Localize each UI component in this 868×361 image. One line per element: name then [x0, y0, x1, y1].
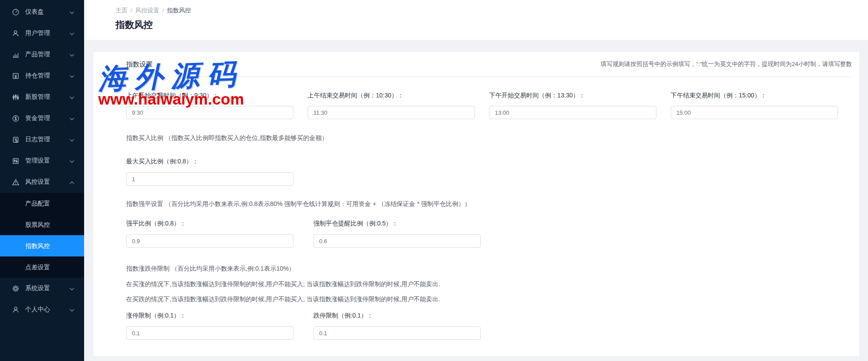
liquidation-row: 强平比例（例:0.8）： 强制平仓提醒比例（例:0.5）：: [126, 219, 852, 248]
pm-end-input[interactable]: [671, 106, 838, 119]
chevron-down-icon: [69, 93, 74, 101]
position-box-icon: [12, 72, 19, 80]
sidebar-item-label: 资金管理: [25, 114, 69, 122]
dollar-circle-icon: [12, 114, 19, 122]
down-limit-input[interactable]: [313, 326, 481, 340]
sidebar-item-index-risk[interactable]: 指数风控: [0, 235, 84, 256]
liquidation-alert-ratio-input[interactable]: [313, 234, 481, 248]
chevron-down-icon: [69, 136, 74, 143]
liquidation-note: 指数强平设置 （百分比均采用小数来表示,例:0.8表示80% 强制平仓线计算规则…: [126, 199, 852, 208]
person-icon: [12, 306, 19, 314]
field-label: 下午结束交易时间（例：15:00）：: [671, 91, 852, 100]
limit-note: 指数涨跌停限制 （百分比均采用小数来表示,例:0.1表示10%）: [126, 264, 852, 273]
sidebar-item-spread-settings[interactable]: 点差设置: [0, 256, 84, 278]
fill-rule-note: 填写规则请按照括号中的示例填写，":"统一为英文中的字符，提现时间为24小时制，…: [601, 60, 852, 68]
field-label: 强平比例（例:0.8）：: [126, 219, 313, 228]
field-label: 上午开始交易时间（例：9:30）：: [126, 91, 308, 100]
am-end-input[interactable]: [308, 106, 475, 119]
chevron-down-icon: [69, 115, 74, 122]
warning-triangle-icon: [12, 178, 19, 186]
sidebar-item-label: 日志管理: [25, 136, 69, 144]
breadcrumb-home[interactable]: 主页: [116, 7, 127, 14]
sidebar-item-label: 风控设置: [25, 178, 69, 186]
breadcrumb-current: 指数风控: [167, 7, 191, 14]
main-content: 主页/风控设置/指数风控 指数风控 指数设置 填写规则请按照括号中的示例填写，"…: [84, 0, 868, 361]
card-header: 指数设置 填写规则请按照括号中的示例填写，":"统一为英文中的字符，提现时间为2…: [100, 52, 852, 77]
sidebar-item-label: 仪表盘: [25, 8, 69, 16]
chevron-up-icon: [69, 179, 74, 186]
index-settings-card: 指数设置 填写规则请按照括号中的示例填写，":"统一为英文中的字符，提现时间为2…: [93, 52, 859, 356]
card-title: 指数设置: [126, 60, 153, 69]
sidebar-item-label: 持仓管理: [25, 72, 69, 80]
am-start-input[interactable]: [126, 106, 293, 119]
field-label: 上午结束交易时间（例：10:30）：: [308, 91, 489, 100]
sidebar-item-admin-settings[interactable]: 管理设置: [0, 150, 84, 171]
chevron-down-icon: [69, 306, 74, 313]
gauge-icon: [12, 8, 19, 16]
sidebar-item-label: 用户管理: [25, 29, 69, 37]
max-buy-ratio-input[interactable]: [126, 172, 293, 186]
sidebar-item-label: 系统设置: [25, 284, 69, 292]
sidebar-item-label: 个人中心: [25, 306, 69, 314]
sidebar-item-funds[interactable]: 资金管理: [0, 108, 84, 129]
buy-ratio-note: 指数买入比例 （指数买入比例即指数买入的仓位,指数最多能够买的金额）: [126, 133, 852, 142]
card-body: 上午开始交易时间（例：9:30）： 上午结束交易时间（例：10:30）： 下午开…: [100, 91, 852, 356]
sidebar-item-users[interactable]: 用户管理: [0, 23, 84, 44]
sidebar-item-label: 新股管理: [25, 93, 69, 101]
sidebar-item-system-settings[interactable]: 系统设置: [0, 278, 84, 299]
field-label: 最大买入比例（例:0.8）：: [126, 157, 313, 166]
sidebar-item-label: 管理设置: [25, 157, 69, 165]
breadcrumb-separator: /: [131, 7, 132, 14]
chevron-down-icon: [69, 8, 74, 16]
risk-settings-submenu: 产品配置 股票风控 指数风控 点差设置: [0, 193, 84, 278]
chevron-down-icon: [69, 285, 74, 292]
sidebar-item-product-config[interactable]: 产品配置: [0, 193, 84, 214]
field-pm-end: 下午结束交易时间（例：15:00）：: [671, 91, 852, 119]
breadcrumb-risk-settings[interactable]: 风控设置: [135, 7, 159, 14]
field-up-limit: 涨停限制（例:0.1）：: [126, 311, 313, 340]
field-am-start: 上午开始交易时间（例：9:30）：: [126, 91, 308, 119]
liquidation-ratio-input[interactable]: [126, 234, 293, 248]
limit-row: 涨停限制（例:0.1）： 跌停限制（例:0.1）：: [126, 311, 852, 340]
sidebar-item-positions[interactable]: 持仓管理: [0, 65, 84, 86]
user-icon: [12, 29, 19, 37]
trade-time-row: 上午开始交易时间（例：9:30）： 上午结束交易时间（例：10:30）： 下午开…: [126, 91, 852, 119]
up-limit-input[interactable]: [126, 326, 293, 340]
field-label: 跌停限制（例:0.1）：: [313, 311, 501, 320]
field-label: 涨停限制（例:0.1）：: [126, 311, 313, 320]
chevron-down-icon: [69, 51, 74, 58]
sidebar-item-dashboard[interactable]: 仪表盘: [0, 1, 84, 23]
sidebar-item-risk-settings[interactable]: 风控设置: [0, 171, 84, 193]
page-header: 主页/风控设置/指数风控 指数风控: [84, 0, 868, 40]
sidebar-item-products[interactable]: 产品管理: [0, 44, 84, 65]
limit-rule-line1: 在买涨的情况下,当该指数涨幅达到涨停限制的时候,用户不能买入; 当该指数涨幅达到…: [126, 279, 852, 288]
sidebar: 仪表盘 用户管理 产品管理 持仓管理 新股管理 资金管理 日志管理 管理设置: [0, 0, 84, 361]
limit-rule-line2: 在买跌的情况下,当该指数涨幅达到跌停限制的时候,用户不能买入; 当该指数涨幅达到…: [126, 295, 852, 303]
chevron-down-icon: [69, 30, 74, 37]
breadcrumb: 主页/风控设置/指数风控: [116, 7, 868, 15]
field-label: 下午开始交易时间（例：13:30）：: [489, 91, 671, 100]
field-down-limit: 跌停限制（例:0.1）：: [313, 311, 501, 340]
chevron-down-icon: [69, 72, 74, 79]
chart-icon: [12, 50, 19, 58]
page-title: 指数风控: [116, 19, 868, 31]
field-liquidation-alert-ratio: 强制平仓提醒比例（例:0.5）：: [313, 219, 501, 248]
field-label: 强制平仓提醒比例（例:0.5）：: [313, 219, 501, 228]
pm-start-input[interactable]: [489, 106, 656, 119]
log-document-icon: [12, 136, 19, 144]
sidebar-item-new-stocks[interactable]: 新股管理: [0, 86, 84, 108]
chevron-down-icon: [69, 157, 74, 164]
field-pm-start: 下午开始交易时间（例：13:30）：: [489, 91, 671, 119]
sidebar-item-label: 产品管理: [25, 50, 69, 58]
sidebar-item-personal-center[interactable]: 个人中心: [0, 299, 84, 320]
field-liquidation-ratio: 强平比例（例:0.8）：: [126, 219, 313, 248]
sidebar-item-stock-risk[interactable]: 股票风控: [0, 214, 84, 235]
field-max-buy-ratio: 最大买入比例（例:0.8）：: [126, 157, 313, 186]
gear-icon: [12, 284, 19, 292]
candlestick-icon: [12, 93, 19, 101]
sliders-icon: [12, 157, 19, 165]
sidebar-item-logs[interactable]: 日志管理: [0, 129, 84, 150]
breadcrumb-separator: /: [162, 7, 164, 14]
field-am-end: 上午结束交易时间（例：10:30）：: [308, 91, 489, 119]
